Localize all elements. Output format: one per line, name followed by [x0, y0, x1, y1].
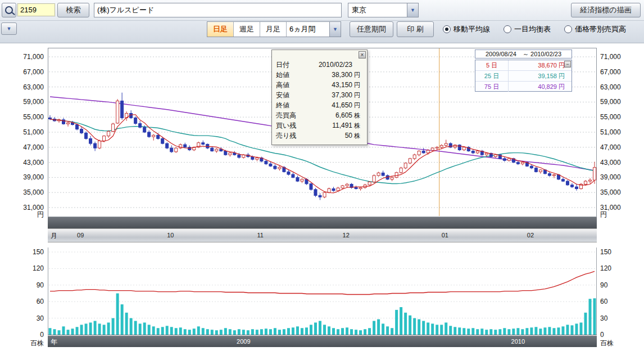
year-label: 2010	[507, 338, 529, 345]
volume-tick-left: 0	[0, 330, 44, 339]
chart-bottom-separator	[48, 217, 597, 228]
price-tick-right: 63,000	[600, 83, 621, 92]
search-button[interactable]: 検索	[57, 3, 89, 17]
price-tick-left: 63,000	[0, 83, 44, 92]
month-label: 12	[343, 232, 350, 238]
month-axis-band: 月 091011120102	[48, 228, 597, 242]
search-icon-button[interactable]	[2, 3, 16, 17]
legend-row: 25 日39,158 円	[475, 71, 572, 82]
volume-unit-left: 百株	[0, 339, 44, 348]
tab-weekly[interactable]: 週足	[234, 22, 260, 37]
price-tick-right: 47,000	[600, 143, 621, 152]
radio-label: 価格帯別売買高	[575, 24, 626, 34]
exchange-dropdown-button[interactable]: ▼	[407, 3, 418, 17]
toolbar-divider	[0, 20, 644, 21]
tooltip-row: 終値41,650円	[272, 100, 367, 110]
radio-icon	[504, 25, 511, 33]
volume-unit-right: 百株	[600, 339, 614, 348]
tooltip-close-button[interactable]: ×	[359, 51, 366, 58]
draw-economic-indicator-button[interactable]: 経済指標の描画	[571, 3, 641, 17]
search-icon	[5, 6, 13, 14]
price-tick-left: 35,000	[0, 188, 44, 197]
tooltip-row: 始値38,300円	[272, 70, 367, 80]
price-tick-left: 43,000	[0, 158, 44, 167]
chevron-down-icon: ▼	[7, 26, 12, 32]
price-tick-left: 51,000	[0, 128, 44, 137]
volume-tick-right: 30	[600, 314, 607, 323]
exchange-value: 東京	[348, 5, 407, 15]
month-label: 01	[442, 232, 448, 238]
tooltip-rows: 日付2010/02/23始値38,300円高値43,150円安値37,300円終…	[272, 50, 367, 141]
year-axis-title: 年	[51, 338, 57, 347]
moving-average-legend: − 5 日38,670 円25 日39,158 円75 日40,829 円	[475, 60, 572, 92]
stock-code-input[interactable]	[17, 3, 55, 16]
month-label: 02	[527, 232, 534, 238]
year-label: 2009	[232, 338, 255, 345]
tooltip-row: 日付2010/02/23	[272, 60, 367, 70]
price-tick-left: 59,000	[0, 97, 44, 106]
volume-tick-left: 150	[0, 248, 44, 256]
legend-rows: 5 日38,670 円25 日39,158 円75 日40,829 円	[475, 60, 572, 92]
exchange-select[interactable]: 東京 ▼	[348, 3, 419, 17]
price-tick-right: 59,000	[600, 97, 621, 106]
volume-tick-left: 60	[0, 297, 44, 306]
volume-tick-right: 60	[600, 297, 607, 306]
volume-tick-right: 90	[600, 281, 607, 290]
year-axis-band: 年 20092010	[48, 336, 597, 347]
tooltip-row: 買い残11,491株	[272, 120, 367, 130]
volume-tick-right: 150	[600, 248, 611, 256]
volume-tick-left: 120	[0, 264, 44, 273]
month-label: 10	[167, 232, 174, 238]
radio-label: 移動平均線	[453, 24, 490, 34]
month-label: 11	[257, 232, 263, 238]
legend-minimize-button[interactable]: −	[564, 61, 571, 68]
volume-tick-right: 120	[600, 264, 611, 273]
price-tick-right: 35,000	[600, 188, 621, 197]
price-unit-left: 円	[0, 210, 44, 219]
volume-tick-left: 30	[0, 314, 44, 323]
print-button[interactable]: 印 刷	[397, 21, 434, 37]
radio-icon	[564, 25, 572, 33]
price-tick-left: 55,000	[0, 112, 44, 122]
period-value: 6ヵ月間	[287, 24, 329, 34]
left-dropdown-button[interactable]: ▼	[1, 22, 17, 35]
tooltip-row: 高値43,150円	[272, 80, 367, 90]
price-tick-left: 39,000	[0, 173, 44, 182]
radio-volume-by-price[interactable]: 価格帯別売買高	[564, 23, 626, 35]
chevron-down-icon: ▼	[410, 8, 415, 13]
radio-ichimoku[interactable]: 一目均衡表	[504, 23, 551, 35]
stock-chart-app: 月 091011120102 年 20092010 検索 東京 ▼ 経済指標の描…	[0, 0, 644, 351]
toolbar: 検索 東京 ▼ 経済指標の描画 ▼ 日足 週足 月足 6ヵ月間 ▼ 任意期間 印…	[0, 0, 644, 43]
radio-icon	[443, 25, 451, 33]
period-select[interactable]: 6ヵ月間 ▼	[287, 22, 341, 37]
period-dropdown-button[interactable]: ▼	[329, 22, 341, 37]
tooltip-row: 売買高6,605株	[272, 110, 367, 120]
timeframe-tabs: 日足 週足 月足 6ヵ月間 ▼	[207, 21, 341, 37]
price-tick-left: 71,000	[0, 52, 44, 61]
chevron-down-icon: ▼	[333, 27, 338, 32]
legend-row: 5 日38,670 円	[475, 60, 572, 71]
radio-label: 一目均衡表	[514, 24, 551, 34]
tab-monthly[interactable]: 月足	[260, 22, 287, 37]
legend-row: 75 日40,829 円	[475, 82, 572, 92]
radio-moving-average[interactable]: 移動平均線	[443, 23, 490, 35]
month-axis-title: 月	[51, 231, 57, 241]
company-name-input[interactable]	[94, 3, 342, 17]
volume-tick-right: 0	[600, 330, 604, 339]
price-tick-right: 67,000	[600, 68, 621, 76]
month-label: 09	[77, 232, 84, 238]
price-tick-right: 51,000	[600, 128, 621, 137]
price-tick-right: 55,000	[600, 112, 621, 122]
ohlc-tooltip: × 日付2010/02/23始値38,300円高値43,150円安値37,300…	[271, 50, 368, 145]
price-tick-right: 71,000	[600, 52, 621, 61]
date-range-box: 2009/08/24 ～ 2010/02/23	[475, 50, 572, 58]
tab-daily[interactable]: 日足	[207, 22, 234, 37]
custom-range-button[interactable]: 任意期間	[350, 21, 393, 37]
price-tick-right: 39,000	[600, 173, 621, 182]
price-unit-right: 円	[600, 210, 607, 219]
tooltip-row: 安値37,300円	[272, 90, 367, 100]
price-tick-right: 43,000	[600, 158, 621, 167]
price-tick-left: 47,000	[0, 143, 44, 152]
tooltip-row: 売り残50株	[272, 130, 367, 141]
volume-tick-left: 90	[0, 281, 44, 290]
